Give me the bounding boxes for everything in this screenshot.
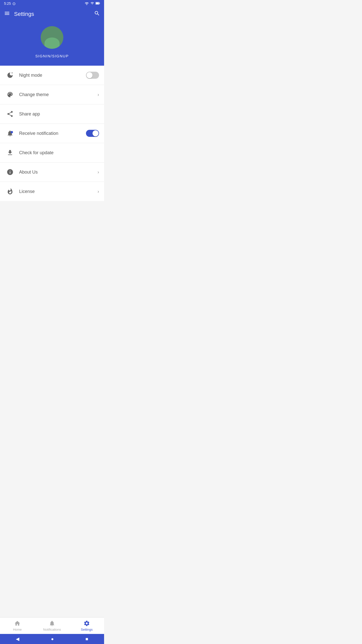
receive-notification-item[interactable]: Receive notification bbox=[0, 124, 104, 143]
svg-rect-1 bbox=[96, 2, 99, 4]
license-label: License bbox=[19, 189, 98, 194]
svg-rect-2 bbox=[99, 3, 100, 4]
search-button[interactable] bbox=[94, 10, 100, 18]
signin-signup-button[interactable]: SIGNIN/SIGNUP bbox=[35, 54, 69, 58]
signal-icon bbox=[90, 2, 94, 6]
sync-icon: ⊙ bbox=[12, 1, 16, 6]
about-us-label: About Us bbox=[19, 170, 98, 175]
avatar-body bbox=[44, 37, 60, 49]
hamburger-menu-button[interactable] bbox=[4, 10, 10, 18]
toggle-knob-notification bbox=[93, 130, 99, 136]
change-theme-item[interactable]: Change theme › bbox=[0, 85, 104, 104]
battery-icon bbox=[96, 2, 100, 6]
download-icon bbox=[5, 148, 15, 158]
about-us-item[interactable]: About Us › bbox=[0, 163, 104, 182]
settings-list: Night mode Change theme › Share app bbox=[0, 66, 104, 231]
check-update-item[interactable]: Check for update bbox=[0, 143, 104, 163]
toggle-knob bbox=[86, 72, 93, 78]
status-right bbox=[84, 2, 100, 6]
palette-icon bbox=[5, 90, 15, 100]
svg-point-3 bbox=[11, 131, 13, 133]
change-theme-label: Change theme bbox=[19, 92, 98, 97]
receive-notification-label: Receive notification bbox=[19, 131, 86, 136]
profile-header: SIGNIN/SIGNUP bbox=[0, 21, 104, 66]
change-theme-chevron: › bbox=[98, 92, 99, 97]
about-us-chevron: › bbox=[98, 170, 99, 175]
page-title: Settings bbox=[14, 11, 34, 17]
license-item[interactable]: License › bbox=[0, 182, 104, 201]
app-bar: Settings bbox=[0, 7, 104, 21]
avatar[interactable] bbox=[41, 26, 63, 49]
check-update-label: Check for update bbox=[19, 150, 99, 155]
app-bar-left: Settings bbox=[4, 10, 34, 18]
night-mode-icon bbox=[5, 70, 15, 80]
night-mode-label: Night mode bbox=[19, 73, 86, 78]
wifi-icon bbox=[84, 2, 89, 6]
info-icon bbox=[5, 167, 15, 177]
share-app-label: Share app bbox=[19, 111, 99, 117]
status-bar: 5:25 ⊙ bbox=[0, 0, 104, 7]
share-app-item[interactable]: Share app bbox=[0, 104, 104, 124]
status-left: 5:25 ⊙ bbox=[4, 1, 16, 6]
night-mode-item[interactable]: Night mode bbox=[0, 66, 104, 85]
notification-bell-icon bbox=[5, 128, 15, 138]
share-icon bbox=[5, 109, 15, 119]
receive-notification-toggle[interactable] bbox=[86, 130, 99, 137]
fire-icon bbox=[5, 186, 15, 196]
license-chevron: › bbox=[98, 189, 99, 194]
time-display: 5:25 bbox=[4, 2, 11, 6]
settings-items-container: Night mode Change theme › Share app bbox=[0, 66, 104, 201]
night-mode-toggle[interactable] bbox=[86, 72, 99, 79]
